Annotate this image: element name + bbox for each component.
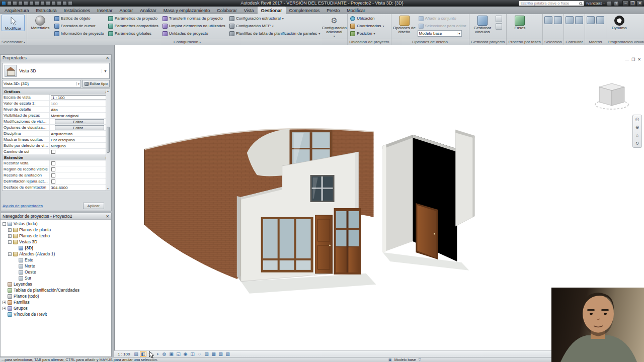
tab-anotar[interactable]: Anotar — [116, 7, 137, 14]
detail-level-icon[interactable]: ▤ — [133, 351, 139, 357]
materials-button[interactable]: Materiales — [29, 15, 52, 30]
panel-label-project-location[interactable]: Ubicación de proyecto — [348, 39, 390, 45]
viewcube[interactable] — [593, 79, 631, 111]
shadows-icon[interactable]: ◑ — [154, 351, 160, 357]
button-posicion[interactable]: Posición▾ — [349, 30, 385, 37]
instance-selector[interactable]: Vista 3D: {3D} ▾ — [2, 80, 81, 87]
infocenter-search[interactable]: Escriba palabra clave o frase — [519, 1, 584, 6]
button-configuracion-estructural[interactable]: Configuración estructural▾ — [228, 15, 321, 22]
tree-item-familias[interactable]: +Familias — [1, 299, 111, 305]
help-icon[interactable]: ? — [614, 1, 619, 6]
properties-scrollbar[interactable]: ▲▼ — [106, 89, 110, 191]
button-coordenadas[interactable]: Coordenadas▾ — [349, 22, 385, 30]
tree-item-este[interactable]: Este — [1, 257, 111, 263]
tab-instalaciones[interactable]: Instalaciones — [60, 7, 94, 14]
tree-item-vistas-3d[interactable]: −Vistas 3D — [1, 239, 111, 245]
view-close-icon[interactable]: ✕ — [637, 57, 641, 62]
reveal-hidden-icon[interactable]: ◌ — [196, 351, 203, 357]
tab-estructura[interactable]: Estructura — [33, 7, 60, 14]
starting-view-icon[interactable] — [496, 23, 502, 30]
property-value-opciones-de-visualizacion[interactable]: Editar... — [50, 125, 109, 130]
input-escala-de-vista[interactable]: 1 : 100 — [51, 95, 108, 100]
tree-item-vistas-toda[interactable]: −Vistas (toda) — [1, 221, 111, 227]
property-value-nivel-de-detalle[interactable]: Alto — [50, 107, 109, 112]
save-icon[interactable] — [13, 1, 17, 6]
tree-item-planos-todo[interactable]: Planos (todo) — [1, 293, 111, 299]
collapse-icon[interactable]: − — [3, 222, 6, 226]
design-option-dropdown[interactable]: Modelo base ▾ — [418, 30, 462, 37]
signin-user[interactable]: ivancaas▾ — [586, 1, 605, 6]
home-icon[interactable]: ⌂ — [636, 133, 638, 138]
tree-item-planos-de-planta[interactable]: +Planos de planta — [1, 227, 111, 233]
filter-icon[interactable]: ▽ — [419, 358, 421, 362]
checkbox-delimitacion-lejana-activa[interactable] — [51, 179, 55, 184]
panel-label-visual-programming[interactable]: Programación visual — [606, 39, 644, 45]
tab-complementos[interactable]: Complementos — [286, 7, 324, 14]
tree-item-norte[interactable]: Norte — [1, 263, 111, 269]
expand-icon[interactable]: + — [8, 228, 12, 232]
checkbox-camino-de-sol[interactable] — [51, 150, 55, 154]
properties-header[interactable]: Propiedades ✕ — [1, 55, 111, 61]
steering-wheel-icon[interactable]: ◎ — [635, 117, 639, 122]
button-plantillas-de-tabla-de-planificacion-de-paneles[interactable]: Plantillas de tabla de planificación de … — [228, 30, 321, 37]
edit-type-button[interactable]: Editar tipo — [83, 80, 110, 87]
panel-label-selection[interactable]: Selección — [543, 39, 564, 45]
restore-button[interactable]: ❐ — [629, 1, 636, 6]
collapse-icon[interactable]: − — [8, 252, 12, 256]
select-by-id-icon[interactable] — [575, 16, 583, 24]
checkbox-recortar-vista[interactable] — [51, 161, 55, 165]
sync-icon[interactable] — [18, 1, 23, 6]
property-value-estilo-por-defecto-de-vis[interactable]: Ninguno — [50, 143, 109, 148]
button-limpiar-elementos-no-utilizados[interactable]: Limpiar elementos no utilizados — [162, 22, 226, 30]
collapse-icon[interactable]: − — [8, 240, 12, 244]
property-value-delimitacion-lejana-activa[interactable] — [50, 178, 109, 184]
properties-help-link[interactable]: Ayuda de propiedades — [3, 204, 43, 208]
property-value-camino-de-sol[interactable] — [50, 149, 109, 154]
button-parametros-de-proyecto[interactable]: Parámetros de proyecto — [107, 15, 159, 22]
button-transferir-normas-de-proyecto[interactable]: Transferir normas de proyecto — [162, 15, 226, 22]
crop-view-icon[interactable]: ▣ — [168, 351, 175, 357]
button-informacion-de-proyecto[interactable]: Información de proyecto — [53, 30, 105, 37]
button-estilos-de-objeto[interactable]: Estilos de objeto — [53, 15, 105, 22]
tab-masa-y-emplazamiento[interactable]: Masa y emplazamiento — [160, 7, 214, 14]
close-icon[interactable]: ✕ — [106, 214, 109, 219]
expand-icon[interactable]: + — [3, 307, 6, 310]
checkbox-recorte-de-anotacion[interactable] — [51, 173, 55, 177]
tree-item-leyendas[interactable]: Leyendas — [1, 281, 111, 287]
tree-item-vinculos-de-revit[interactable]: Vínculos de Revit — [1, 311, 111, 317]
tab-presto[interactable]: Presto — [323, 7, 343, 14]
tab-analizar[interactable]: Analizar — [136, 7, 160, 14]
analysis-display-icon[interactable]: ▨ — [224, 351, 231, 357]
visual-style-icon[interactable]: ◧ — [140, 351, 146, 357]
panel-label-select[interactable]: Seleccionar▾ — [0, 39, 27, 45]
save-selection-icon[interactable] — [544, 16, 552, 24]
type-selector[interactable]: Vista 3D ▼ — [2, 63, 110, 79]
open-icon[interactable] — [7, 1, 12, 6]
crop-region-icon[interactable]: ◱ — [175, 351, 182, 357]
scrollbar-thumb[interactable] — [107, 127, 110, 153]
expand-icon[interactable]: + — [3, 301, 6, 304]
tree-item-oeste[interactable]: Oeste — [1, 269, 111, 275]
property-value-escala-de-vista[interactable]: 1 : 100 — [50, 95, 109, 100]
property-value-visibilidad-de-piezas[interactable]: Mostrar original — [50, 113, 109, 118]
property-value-recortar-vista[interactable] — [50, 160, 109, 166]
panel-label-settings[interactable]: Configuración▾ — [27, 39, 348, 45]
tree-item-3d[interactable]: {3D} — [1, 245, 111, 251]
orbit-icon[interactable]: ↻ — [635, 141, 639, 146]
tab-arquitectura[interactable]: Arquitectura — [1, 7, 33, 14]
macro-manager-icon[interactable] — [587, 16, 595, 24]
panel-label-design-options[interactable]: Opciones de diseño — [391, 39, 469, 45]
element-ids-icon[interactable] — [566, 16, 574, 24]
worksharing-display-icon[interactable]: ▧ — [217, 351, 224, 357]
tree-item-tablas-de-planificacion-cantidades[interactable]: Tablas de planificación/Cantidades — [1, 287, 111, 293]
undo-icon[interactable] — [24, 1, 28, 6]
tree-item-alzados-alzado-1[interactable]: −Alzados (Alzado 1) — [1, 251, 111, 257]
panel-label-macros[interactable]: Macros — [585, 39, 606, 45]
panel-label-phasing[interactable]: Proceso por fases — [507, 39, 542, 45]
exchange-apps-icon[interactable] — [607, 1, 612, 6]
button-ubicacion[interactable]: Ubicación — [349, 15, 385, 22]
design-options-button[interactable]: Opciones de diseño — [393, 15, 416, 34]
button-parametros-globales[interactable]: Parámetros globales — [107, 30, 159, 37]
property-value-region-de-recorte-visible[interactable] — [50, 166, 109, 172]
render-icon[interactable]: ◍ — [161, 351, 168, 357]
